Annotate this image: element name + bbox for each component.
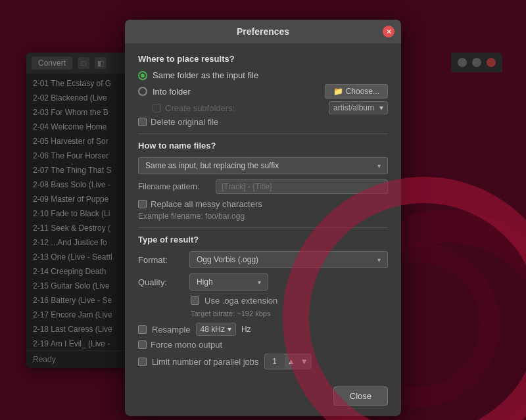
chevron-down-icon: ▾	[379, 103, 383, 112]
into-folder-radio[interactable]	[138, 87, 147, 96]
into-folder-label: Into folder	[153, 87, 191, 97]
pattern-label: Filename pattern:	[138, 182, 210, 191]
delete-original-row: Delete original file	[138, 117, 388, 127]
folder-icon: 📁	[333, 87, 343, 96]
parallel-stepper: 1 ▲ ▼	[264, 354, 312, 369]
separator-2	[138, 227, 388, 228]
quality-row: Quality: High ▾	[138, 273, 388, 291]
format-row: Format: Ogg Vorbis (.ogg) ▾	[138, 251, 388, 268]
replace-messy-checkbox[interactable]	[138, 200, 147, 208]
oga-row: Use .oga extension	[191, 296, 388, 306]
oga-label: Use .oga extension	[204, 296, 277, 306]
choose-label: Choose...	[346, 87, 379, 96]
subfolder-value: artist/album	[333, 103, 374, 112]
parallel-checkbox[interactable]	[138, 358, 147, 366]
separator-1	[138, 133, 388, 134]
naming-dropdown[interactable]: Same as input, but replacing the suffix …	[138, 157, 388, 174]
replace-messy-label: Replace all messy characters	[151, 199, 262, 209]
create-subfolders-label: Create subfolders:	[165, 103, 235, 113]
force-mono-checkbox[interactable]	[138, 340, 147, 349]
chevron-down-icon: ▾	[377, 162, 381, 170]
same-folder-label: Same folder as the input file	[153, 70, 258, 80]
delete-original-checkbox[interactable]	[138, 118, 147, 126]
preferences-dialog: Preferences ✕ Where to place results? Sa…	[125, 20, 401, 416]
parallel-label: Limit number of parallel jobs	[152, 357, 259, 367]
parallel-row: Limit number of parallel jobs 1 ▲ ▼	[138, 354, 388, 369]
dialog-title: Preferences	[237, 26, 289, 37]
stepper-up-button[interactable]: ▲	[285, 354, 298, 369]
dialog-body: Where to place results? Same folder as t…	[125, 43, 401, 380]
create-subfolders-checkbox[interactable]	[153, 104, 161, 112]
pattern-row: Filename pattern:	[138, 179, 388, 194]
quality-label: Quality:	[138, 277, 184, 287]
placement-section-title: Where to place results?	[138, 54, 388, 64]
pattern-input[interactable]	[216, 179, 388, 194]
quality-value: High	[197, 277, 213, 287]
resample-row: Resample 48 kHz ▾ Hz	[138, 323, 388, 336]
example-filename: Example filename: foo/bar.ogg	[138, 212, 388, 221]
chevron-down-icon: ▾	[258, 279, 261, 286]
naming-section-title: How to name files?	[138, 141, 388, 151]
quality-dropdown[interactable]: High ▾	[189, 273, 268, 291]
naming-dropdown-value: Same as input, but replacing the suffix	[145, 161, 279, 170]
hz-unit: Hz	[241, 325, 251, 334]
dialog-close-button[interactable]: ✕	[383, 26, 394, 37]
create-subfolders-row: Create subfolders:	[153, 103, 235, 113]
same-folder-radio[interactable]	[138, 71, 147, 80]
resample-checkbox[interactable]	[138, 325, 147, 334]
force-mono-row: Force mono output	[138, 340, 388, 350]
close-button[interactable]: Close	[333, 386, 388, 406]
resample-label: Resample	[152, 325, 191, 335]
choose-folder-button[interactable]: 📁 Choose...	[325, 84, 388, 99]
force-mono-label: Force mono output	[151, 340, 222, 350]
chevron-down-icon: ▾	[377, 256, 381, 264]
format-value: Ogg Vorbis (.ogg)	[197, 255, 258, 264]
dialog-titlebar: Preferences ✕	[125, 20, 401, 43]
replace-messy-row: Replace all messy characters	[138, 199, 388, 209]
subfolder-select[interactable]: artist/album ▾	[329, 101, 388, 114]
hz-dropdown[interactable]: 48 kHz ▾	[196, 323, 236, 336]
stepper-down-button[interactable]: ▼	[298, 354, 311, 369]
target-bitrate: Target bitrate: ~192 kbps	[191, 310, 388, 317]
format-label: Format:	[138, 255, 184, 265]
parallel-value: 1	[265, 356, 285, 367]
format-dropdown[interactable]: Ogg Vorbis (.ogg) ▾	[189, 251, 388, 268]
same-folder-option[interactable]: Same folder as the input file	[138, 70, 388, 80]
dialog-footer: Close	[125, 380, 401, 416]
oga-checkbox[interactable]	[191, 296, 199, 305]
format-section-title: Type of result?	[138, 235, 388, 245]
hz-value: 48 kHz	[201, 325, 225, 334]
chevron-down-icon: ▾	[227, 325, 231, 334]
into-folder-option[interactable]: Into folder	[138, 87, 191, 97]
delete-original-label: Delete original file	[151, 117, 218, 127]
